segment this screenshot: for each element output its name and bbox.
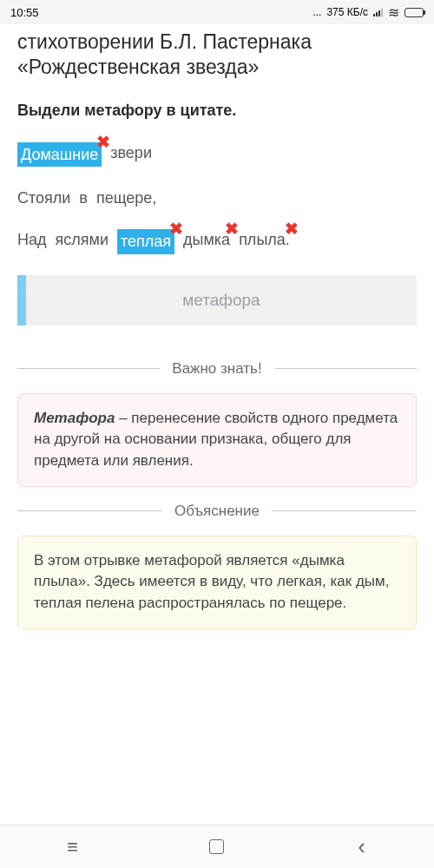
poem-line-1: Домашние✖ звери (17, 142, 417, 167)
wrong-mark-icon: ✖ (96, 131, 110, 154)
wrong-mark-icon: ✖ (225, 218, 239, 240)
instruction: Выдели метафору в цитате. (17, 102, 417, 120)
explanation-text: В этом отрывке метафорой является «дымка… (34, 552, 389, 611)
explanation-heading: Объяснение (174, 503, 260, 520)
status-bar: 10:55 ... 375 КБ/с (0, 0, 434, 24)
poem-line-3: Над яслями теплая✖ дымка✖ плыла.✖ (17, 229, 417, 253)
important-box: Метафора – перенесение свойств одного пр… (17, 393, 417, 487)
word-dymka[interactable]: дымка✖ (183, 229, 230, 253)
status-time: 10:55 (10, 6, 39, 19)
term: Метафора (34, 410, 115, 426)
important-heading: Важно знать! (172, 360, 261, 378)
divider-line (272, 510, 417, 511)
wifi-icon (388, 4, 399, 21)
status-dots: ... (312, 6, 321, 18)
signal-icon (373, 9, 383, 16)
main-content: стихотворении Б.Л. Пастернака «Рождестве… (0, 24, 434, 629)
word-zveri[interactable]: звери (110, 142, 152, 167)
battery-icon (404, 8, 424, 17)
word-teplaya[interactable]: теплая✖ (117, 229, 174, 253)
important-divider: Важно знать! (17, 360, 417, 378)
divider-line (17, 368, 160, 369)
divider-line (17, 510, 162, 511)
wrong-mark-icon: ✖ (169, 218, 183, 240)
word-nad[interactable]: Над (17, 229, 47, 253)
status-right: ... 375 КБ/с (312, 4, 424, 21)
explanation-box: В этом отрывке метафорой является «дымка… (17, 536, 417, 629)
back-button[interactable] (352, 838, 372, 857)
metaphor-drop-box[interactable]: метафора (17, 275, 417, 326)
word-domashnie[interactable]: Домашние✖ (17, 142, 102, 167)
net-speed: 375 КБ/с (326, 6, 368, 18)
explanation-divider: Объяснение (17, 503, 417, 520)
metaphor-label: метафора (182, 291, 260, 309)
recent-apps-button[interactable] (62, 838, 82, 857)
word-yaslyami[interactable]: яслями (56, 229, 108, 253)
word-plyla[interactable]: плыла.✖ (239, 229, 290, 253)
wrong-mark-icon: ✖ (285, 218, 299, 240)
word-stoyali[interactable]: Стояли (17, 187, 70, 208)
divider-line (274, 368, 417, 369)
poem-block: Домашние✖ звери Стояли в пещере, Над ясл… (17, 142, 417, 254)
word-v[interactable]: в (79, 187, 88, 208)
home-button[interactable] (207, 838, 227, 857)
android-nav-bar (0, 825, 434, 868)
poem-line-2: Стояли в пещере, (17, 187, 417, 208)
word-peshchere[interactable]: пещере, (96, 187, 156, 208)
page-title: стихотворении Б.Л. Пастернака «Рождестве… (17, 30, 417, 81)
